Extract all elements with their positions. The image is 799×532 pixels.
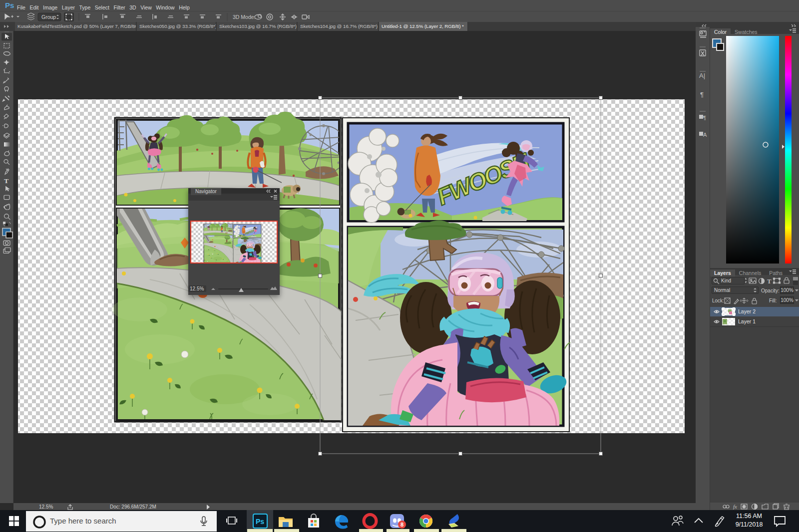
svg-text:T: T bbox=[4, 177, 8, 184]
svg-text:¶: ¶ bbox=[703, 115, 706, 121]
svg-text:A|: A| bbox=[699, 72, 705, 79]
svg-text:A: A bbox=[703, 132, 707, 138]
svg-text:fx: fx bbox=[733, 504, 737, 510]
svg-text:8: 8 bbox=[400, 522, 403, 528]
svg-text:Ps: Ps bbox=[256, 518, 264, 526]
svg-text:¶: ¶ bbox=[700, 91, 704, 98]
svg-text:Group: Group bbox=[41, 14, 56, 20]
svg-text:T: T bbox=[767, 277, 772, 285]
svg-text:3D Mode:: 3D Mode: bbox=[233, 14, 256, 20]
